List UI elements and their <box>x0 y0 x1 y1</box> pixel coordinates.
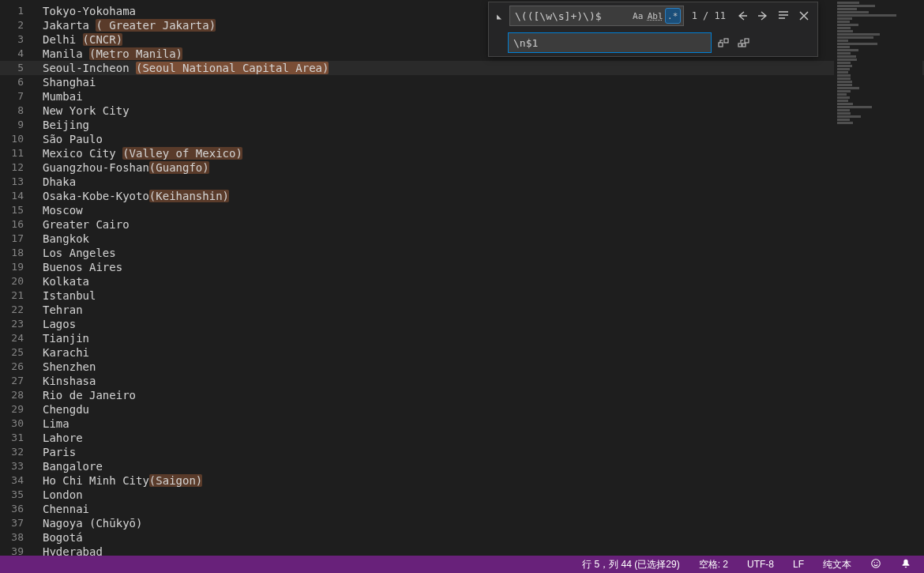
line-text[interactable]: Moscow <box>32 203 83 217</box>
line-text[interactable]: Rio de Janeiro <box>32 388 136 402</box>
editor-line[interactable]: 30Lima <box>0 417 924 431</box>
match-case-toggle[interactable]: Aa <box>630 8 646 24</box>
line-text[interactable]: Beijing <box>32 118 89 132</box>
editor-line[interactable]: 16Greater Cairo <box>0 217 924 232</box>
editor-line[interactable]: 5Seoul-Incheon (Seoul National Capital A… <box>0 61 924 75</box>
editor-line[interactable]: 38Bogotá <box>0 530 924 545</box>
line-text[interactable]: Lima <box>32 417 69 431</box>
status-right: 行 5，列 44 (已选择29) 空格: 2 UTF-8 LF 纯文本 <box>577 558 924 571</box>
editor-line[interactable]: 18Los Angeles <box>0 246 924 260</box>
line-text[interactable]: Shanghai <box>32 75 96 89</box>
editor-line[interactable]: 19Buenos Aires <box>0 260 924 274</box>
status-eol[interactable]: LF <box>788 559 809 570</box>
line-text[interactable]: Tianjin <box>32 331 89 345</box>
editor-line[interactable]: 20Kolkata <box>0 274 924 288</box>
line-text[interactable]: Istanbul <box>32 288 96 303</box>
line-text[interactable]: Greater Cairo <box>32 217 130 232</box>
editor-line[interactable]: 23Lagos <box>0 317 924 331</box>
line-text[interactable]: Mumbai <box>32 89 83 104</box>
editor-line[interactable]: 15Moscow <box>0 203 924 217</box>
line-text[interactable]: Los Angeles <box>32 246 116 260</box>
line-text[interactable]: Bangkok <box>32 232 89 246</box>
editor-line[interactable]: 27Kinshasa <box>0 374 924 388</box>
line-text[interactable]: Hyderabad <box>32 545 103 556</box>
line-text[interactable]: Guangzhou-Foshan(Guangfo) <box>32 160 209 175</box>
line-text[interactable]: Lagos <box>32 317 76 331</box>
editor-line[interactable]: 14Osaka-Kobe-Kyoto(Keihanshin) <box>0 189 924 203</box>
line-text[interactable]: Kinshasa <box>32 374 96 388</box>
minimap-line <box>837 5 875 7</box>
line-text[interactable]: Seoul-Incheon (Seoul National Capital Ar… <box>32 61 329 75</box>
status-language[interactable]: 纯文本 <box>818 558 856 571</box>
line-text[interactable]: Tokyo-Yokohama <box>32 4 136 18</box>
line-text-plain: Lima <box>43 417 69 430</box>
replace-input[interactable] <box>508 32 712 53</box>
status-cursor[interactable]: 行 5，列 44 (已选择29) <box>577 558 684 571</box>
editor-line[interactable]: 13Dhaka <box>0 175 924 189</box>
line-text[interactable]: Manila (Metro Manila) <box>32 47 182 61</box>
editor-line[interactable]: 17Bangkok <box>0 232 924 246</box>
line-text[interactable]: Chengdu <box>32 402 89 417</box>
editor-line[interactable]: 32Paris <box>0 445 924 459</box>
status-encoding[interactable]: UTF-8 <box>742 559 779 570</box>
editor-line[interactable]: 29Chengdu <box>0 402 924 417</box>
text-editor[interactable]: 1Tokyo-Yokohama2Jakarta ( Greater Jakart… <box>0 0 924 556</box>
editor-lines[interactable]: 1Tokyo-Yokohama2Jakarta ( Greater Jakart… <box>0 4 924 556</box>
find-in-selection-button[interactable] <box>775 7 792 25</box>
minimap-line <box>837 40 848 42</box>
regex-toggle[interactable]: .* <box>665 8 681 24</box>
line-text[interactable]: London <box>32 488 83 502</box>
line-text[interactable]: Lahore <box>32 431 83 445</box>
line-text[interactable]: Nagoya (Chūkyō) <box>32 516 142 530</box>
line-text[interactable]: Jakarta ( Greater Jakarta) <box>32 18 216 32</box>
editor-line[interactable]: 10São Paulo <box>0 132 924 146</box>
editor-line[interactable]: 21Istanbul <box>0 288 924 303</box>
editor-line[interactable]: 25Karachi <box>0 345 924 360</box>
editor-line[interactable]: 11Mexico City (Valley of Mexico) <box>0 146 924 160</box>
line-text[interactable]: Chennai <box>32 502 89 516</box>
replace-all-button[interactable] <box>735 34 753 51</box>
line-text[interactable]: Dhaka <box>32 175 76 189</box>
status-notifications[interactable] <box>896 558 916 571</box>
previous-match-button[interactable] <box>734 7 751 25</box>
editor-line[interactable]: 9Beijing <box>0 118 924 132</box>
status-indent[interactable]: 空格: 2 <box>694 558 733 571</box>
line-text[interactable]: São Paulo <box>32 132 103 146</box>
line-text[interactable]: Kolkata <box>32 274 89 288</box>
editor-line[interactable]: 35London <box>0 488 924 502</box>
editor-line[interactable]: 34Ho Chi Minh City(Saigon) <box>0 473 924 488</box>
editor-line[interactable]: 28Rio de Janeiro <box>0 388 924 402</box>
whole-word-toggle[interactable]: Abl <box>648 8 663 24</box>
minimap-line <box>837 84 852 86</box>
editor-line[interactable]: 12Guangzhou-Foshan(Guangfo) <box>0 160 924 175</box>
line-text[interactable]: New York City <box>32 104 130 118</box>
minimap[interactable] <box>834 2 922 555</box>
replace-one-button[interactable] <box>715 34 732 51</box>
line-text[interactable]: Ho Chi Minh City(Saigon) <box>32 473 202 488</box>
editor-line[interactable]: 8New York City <box>0 104 924 118</box>
editor-line[interactable]: 37Nagoya (Chūkyō) <box>0 516 924 530</box>
editor-line[interactable]: 31Lahore <box>0 431 924 445</box>
line-text[interactable]: Shenzhen <box>32 360 96 374</box>
line-text[interactable]: Karachi <box>32 345 89 360</box>
next-match-button[interactable] <box>754 7 772 25</box>
line-text[interactable]: Paris <box>32 445 76 459</box>
editor-line[interactable]: 22Tehran <box>0 303 924 317</box>
editor-line[interactable]: 39Hyderabad <box>0 545 924 556</box>
editor-line[interactable]: 36Chennai <box>0 502 924 516</box>
editor-line[interactable]: 33Bangalore <box>0 459 924 473</box>
editor-line[interactable]: 7Mumbai <box>0 89 924 104</box>
line-text[interactable]: Tehran <box>32 303 83 317</box>
line-text[interactable]: Bogotá <box>32 530 83 545</box>
line-text[interactable]: Osaka-Kobe-Kyoto(Keihanshin) <box>32 189 229 203</box>
editor-line[interactable]: 6Shanghai <box>0 75 924 89</box>
line-text[interactable]: Bangalore <box>32 459 103 473</box>
status-feedback[interactable] <box>866 558 886 571</box>
line-text[interactable]: Delhi (CNCR) <box>32 32 122 47</box>
line-text[interactable]: Mexico City (Valley of Mexico) <box>32 146 242 160</box>
toggle-replace-icon[interactable]: ◣ <box>494 6 505 26</box>
editor-line[interactable]: 24Tianjin <box>0 331 924 345</box>
editor-line[interactable]: 26Shenzhen <box>0 360 924 374</box>
line-text[interactable]: Buenos Aires <box>32 260 122 274</box>
close-find-button[interactable] <box>795 7 813 25</box>
